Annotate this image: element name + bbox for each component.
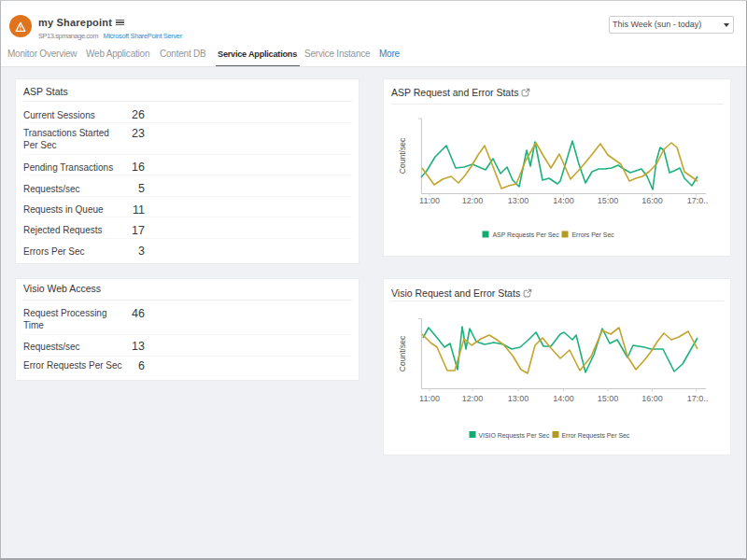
- svg-text:14:00: 14:00: [553, 196, 574, 205]
- svg-text:16:00: 16:00: [641, 394, 663, 403]
- svg-text:13:00: 13:00: [508, 196, 529, 205]
- svg-text:Count/sec: Count/sec: [398, 137, 407, 174]
- svg-text:11:00: 11:00: [419, 196, 440, 205]
- svg-text:Error Requests Per Sec: Error Requests Per Sec: [562, 432, 630, 440]
- svg-text:Errors Per Sec: Errors Per Sec: [572, 231, 615, 238]
- svg-text:15:00: 15:00: [598, 196, 619, 205]
- svg-text:13:00: 13:00: [508, 394, 529, 403]
- svg-text:17:0..: 17:0..: [687, 394, 709, 403]
- svg-text:16:00: 16:00: [641, 196, 663, 205]
- svg-text:VISIO Requests Per Sec: VISIO Requests Per Sec: [479, 432, 550, 440]
- svg-text:14:00: 14:00: [553, 394, 574, 403]
- svg-text:12:00: 12:00: [462, 394, 484, 403]
- svg-text:15:00: 15:00: [598, 394, 619, 403]
- svg-text:ASP Requests Per Sec: ASP Requests Per Sec: [493, 231, 560, 239]
- svg-text:17:0..: 17:0..: [687, 196, 709, 205]
- svg-text:Count/sec: Count/sec: [398, 335, 407, 371]
- svg-text:11:00: 11:00: [419, 394, 440, 403]
- svg-text:12:00: 12:00: [462, 196, 484, 205]
